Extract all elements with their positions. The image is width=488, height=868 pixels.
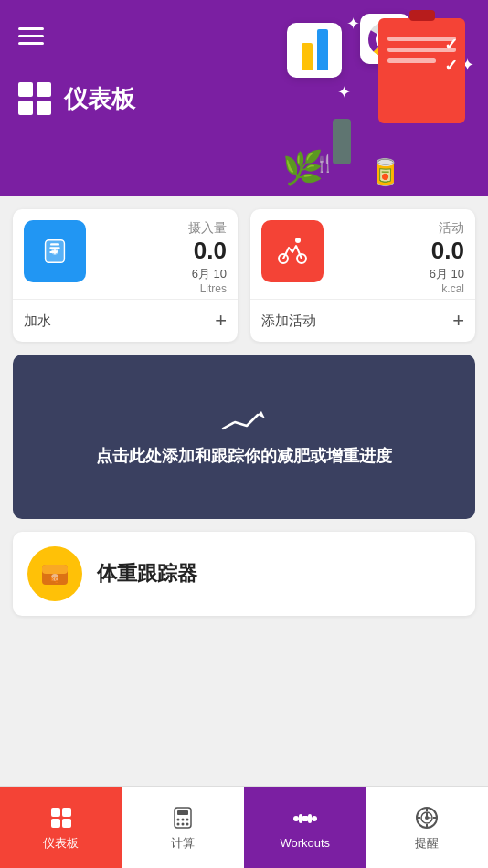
dashboard-icon bbox=[18, 82, 51, 115]
svg-rect-31 bbox=[312, 816, 317, 821]
activity-icon bbox=[261, 220, 324, 282]
svg-rect-27 bbox=[302, 816, 308, 821]
dashboard-nav-icon bbox=[48, 804, 75, 831]
svg-rect-29 bbox=[308, 814, 312, 823]
svg-text:kg: kg bbox=[50, 575, 58, 583]
bar-chart-illustration bbox=[287, 23, 342, 78]
bottom-nav: 仪表板 计算 bbox=[0, 786, 488, 868]
svg-point-25 bbox=[182, 822, 185, 825]
header-title-area: 仪表板 bbox=[18, 82, 135, 115]
water-icon bbox=[24, 220, 86, 282]
activity-value: 0.0 bbox=[333, 238, 464, 262]
activity-action: 添加活动 bbox=[261, 312, 316, 330]
water-value: 0.0 bbox=[95, 238, 227, 262]
svg-marker-9 bbox=[258, 411, 265, 418]
activity-date: 6月 10 bbox=[333, 266, 464, 282]
header-illustration: ✦ ✦ ✦ ✓✓ 🌿 🍴 🥫 bbox=[278, 9, 479, 192]
water-card-bottom: 加水 + bbox=[13, 299, 238, 342]
svg-point-22 bbox=[182, 818, 185, 820]
sparkle-1: ✦ bbox=[346, 14, 360, 34]
progress-text: 点击此处添加和跟踪你的减肥或增重进度 bbox=[96, 444, 392, 469]
svg-rect-15 bbox=[51, 808, 60, 817]
reminders-nav-icon bbox=[413, 804, 440, 831]
trend-icon bbox=[221, 406, 267, 433]
progress-content: 点击此处添加和跟踪你的减肥或增重进度 bbox=[31, 406, 457, 469]
workouts-nav-icon bbox=[292, 805, 319, 832]
nav-label-reminders: 提醒 bbox=[415, 835, 439, 852]
nav-item-reminders[interactable]: 提醒 bbox=[366, 787, 489, 868]
svg-point-24 bbox=[177, 822, 180, 825]
water-action: 加水 bbox=[24, 312, 51, 330]
water-date: 6月 10 bbox=[95, 266, 227, 282]
nav-item-calculator[interactable]: 计算 bbox=[122, 787, 245, 868]
nav-item-dashboard[interactable]: 仪表板 bbox=[0, 787, 122, 868]
svg-rect-18 bbox=[62, 819, 71, 828]
water-add-button[interactable]: + bbox=[215, 309, 227, 333]
activity-info: 活动 0.0 6月 10 k.cal bbox=[333, 220, 464, 295]
page-title: 仪表板 bbox=[64, 83, 135, 115]
activity-label: 活动 bbox=[333, 220, 464, 237]
nav-label-dashboard: 仪表板 bbox=[43, 835, 79, 852]
nav-label-workouts: Workouts bbox=[280, 836, 330, 850]
header: 仪表板 ✦ ✦ ✦ ✓✓ 🌿 � bbox=[0, 0, 488, 196]
svg-rect-20 bbox=[177, 810, 188, 815]
activity-add-button[interactable]: + bbox=[452, 309, 464, 333]
svg-rect-16 bbox=[62, 808, 71, 817]
svg-point-21 bbox=[177, 818, 180, 820]
svg-rect-12 bbox=[42, 565, 68, 574]
weight-title: 体重跟踪器 bbox=[97, 560, 197, 587]
svg-rect-28 bbox=[299, 814, 302, 823]
food-decoration: 🍴 bbox=[314, 153, 334, 174]
water-label: 摄入量 bbox=[95, 220, 227, 237]
sparkle-3: ✦ bbox=[337, 82, 351, 102]
weight-icon: kg bbox=[27, 546, 82, 601]
svg-point-23 bbox=[186, 818, 189, 820]
water-unit: Litres bbox=[95, 282, 227, 295]
svg-rect-30 bbox=[293, 816, 299, 821]
activity-card: 活动 0.0 6月 10 k.cal 添加活动 + bbox=[250, 209, 475, 342]
nav-item-workouts[interactable]: Workouts bbox=[244, 787, 366, 868]
clipboard-illustration: ✓✓ bbox=[378, 18, 465, 123]
progress-section[interactable]: 点击此处添加和跟踪你的减肥或增重进度 bbox=[13, 355, 475, 519]
weight-tracker-section[interactable]: kg 体重跟踪器 bbox=[13, 532, 475, 616]
activity-card-bottom: 添加活动 + bbox=[250, 299, 475, 342]
svg-point-26 bbox=[186, 822, 189, 825]
svg-rect-17 bbox=[51, 819, 60, 828]
food2-decoration: 🥫 bbox=[369, 157, 401, 187]
activity-unit: k.cal bbox=[333, 282, 464, 295]
menu-button[interactable] bbox=[18, 27, 44, 45]
bottle-decoration bbox=[333, 119, 351, 164]
nav-label-calculator: 计算 bbox=[171, 835, 195, 852]
calculator-nav-icon bbox=[169, 804, 196, 831]
cards-row: 摄入量 0.0 6月 10 Litres 加水 + 活动 0.0 6月 10 k… bbox=[0, 196, 488, 355]
svg-point-6 bbox=[295, 238, 301, 243]
water-info: 摄入量 0.0 6月 10 Litres bbox=[95, 220, 227, 295]
water-card: 摄入量 0.0 6月 10 Litres 加水 + bbox=[13, 209, 238, 342]
